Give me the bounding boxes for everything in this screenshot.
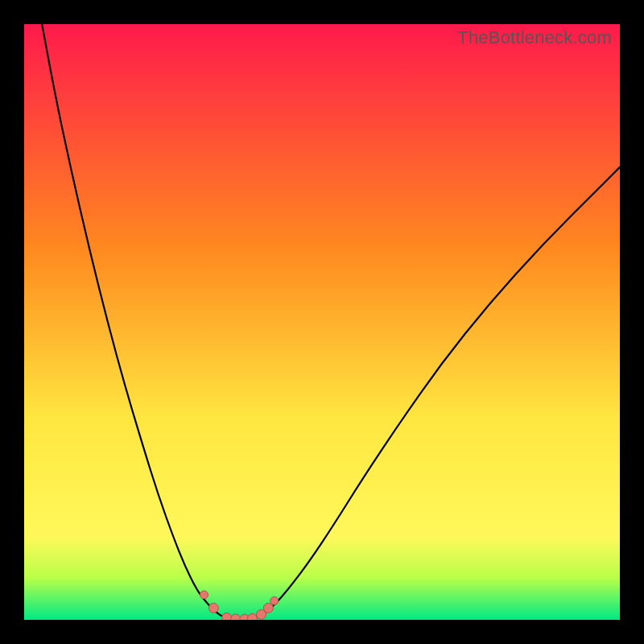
data-marker: [263, 603, 273, 613]
data-marker: [270, 597, 279, 605]
marker-group: [200, 591, 278, 620]
outer-frame: TheBottleneck.com: [0, 0, 644, 644]
data-marker: [222, 613, 232, 620]
data-marker: [247, 613, 257, 620]
v-curve: [42, 24, 620, 619]
data-marker: [231, 614, 241, 620]
curve-layer: [24, 24, 620, 620]
data-marker: [200, 591, 208, 599]
data-marker: [208, 603, 218, 613]
plot-area: TheBottleneck.com: [24, 24, 620, 620]
watermark-text: TheBottleneck.com: [457, 27, 612, 48]
